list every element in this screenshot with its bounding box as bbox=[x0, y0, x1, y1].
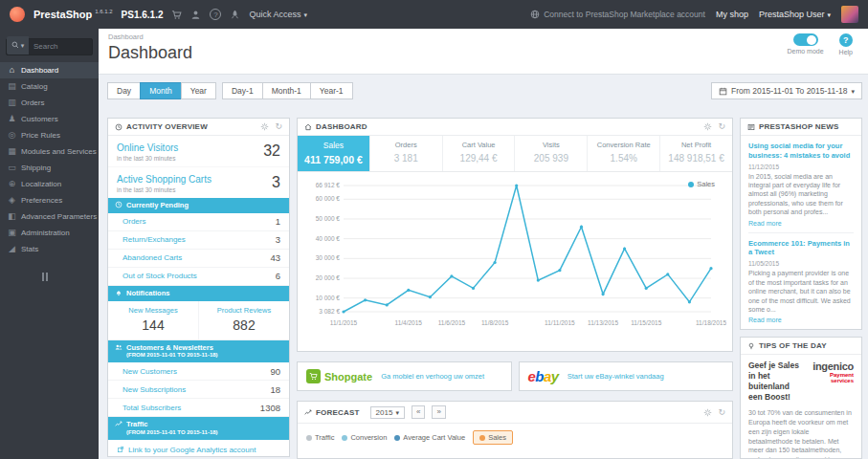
kpi-cart-value[interactable]: Cart Value129,44 € bbox=[443, 136, 516, 171]
customer-notifications-button[interactable] bbox=[190, 10, 201, 20]
active-carts-link[interactable]: Active Shopping Carts bbox=[117, 174, 211, 185]
sidebar-item-catalog[interactable]: ▤Catalog bbox=[0, 78, 99, 95]
forecast-toggle-sales[interactable]: Sales bbox=[473, 430, 513, 445]
ingenico-logo[interactable]: ingenico Payment services bbox=[808, 361, 854, 383]
kpi-sales[interactable]: Sales411 759,00 € bbox=[298, 136, 370, 171]
total-subscribers-link[interactable]: Total Subscribers bbox=[122, 404, 181, 412]
support-button[interactable]: ? bbox=[210, 9, 221, 20]
sidebar-item-dashboard[interactable]: ⌂Dashboard bbox=[0, 62, 99, 78]
preferences-icon: ◈ bbox=[8, 196, 16, 205]
active-carts-stat: Active Shopping Carts in the last 30 min… bbox=[108, 167, 289, 198]
sidebar-item-orders[interactable]: ▥Orders bbox=[0, 95, 99, 111]
year-button[interactable]: Year bbox=[181, 82, 216, 99]
online-visitors-link[interactable]: Online Visitors bbox=[117, 142, 178, 153]
panel-title: PRESTASHOP NEWS bbox=[759, 122, 839, 131]
forecast-toggle-conversion[interactable]: Conversion bbox=[342, 431, 387, 444]
news-article-body: In 2015, social media are an integral pa… bbox=[748, 172, 854, 217]
dashboard-icon bbox=[304, 123, 312, 131]
read-more-link[interactable]: Read more bbox=[748, 317, 854, 323]
my-shop-link[interactable]: My shop bbox=[716, 10, 748, 19]
product-reviews-cell[interactable]: Product Reviews882 bbox=[198, 301, 289, 339]
shopgate-link[interactable]: Ga mobiel en verhoog uw omzet bbox=[381, 372, 484, 382]
advanced-parameters-icon: ◧ bbox=[8, 212, 16, 221]
svg-text:11/1/2015: 11/1/2015 bbox=[330, 319, 358, 326]
help-button[interactable]: ? bbox=[839, 33, 853, 47]
shopgate-module-card: Shopgate Ga mobiel en verhoog uw omzet bbox=[297, 361, 512, 391]
panel-refresh-icon[interactable]: ↻ bbox=[718, 408, 725, 417]
user-menu[interactable]: PrestaShop User▾ bbox=[759, 10, 831, 19]
svg-text:11/4/2015: 11/4/2015 bbox=[395, 319, 423, 326]
sidebar-item-advanced-parameters[interactable]: ◧Advanced Parameters bbox=[0, 208, 99, 225]
avatar[interactable] bbox=[841, 6, 858, 23]
panel-settings-icon[interactable] bbox=[703, 122, 712, 131]
kpi-visits[interactable]: Visits205 939 bbox=[515, 136, 588, 171]
out-of-stock-link[interactable]: Out of Stock Products bbox=[122, 272, 197, 280]
day-minus-1-button[interactable]: Day-1 bbox=[222, 82, 263, 99]
forecast-panel: FORECAST 2015▾ « » ↻ Traffic Conversion … bbox=[297, 401, 733, 459]
shopgate-logo[interactable]: Shopgate bbox=[306, 369, 372, 383]
panel-settings-icon[interactable] bbox=[260, 122, 269, 131]
search-scope-button[interactable]: ▾ bbox=[7, 36, 29, 55]
forecast-prev-button[interactable]: « bbox=[412, 405, 425, 419]
forecast-next-button[interactable]: » bbox=[432, 405, 445, 419]
new-messages-cell[interactable]: New Messages144 bbox=[108, 301, 198, 339]
legend-dot bbox=[688, 182, 694, 187]
brand-version: 1.6.1.2 bbox=[95, 9, 112, 14]
marketplace-link[interactable]: Connect to PrestaShop Marketplace accoun… bbox=[530, 10, 705, 19]
read-more-link[interactable]: Read more bbox=[748, 220, 854, 227]
sidebar-item-shipping[interactable]: ▭Shipping bbox=[0, 160, 99, 176]
ebay-logo[interactable]: ebay bbox=[528, 368, 559, 384]
year-minus-1-button[interactable]: Year-1 bbox=[310, 82, 353, 99]
kpi-orders[interactable]: Orders3 181 bbox=[370, 136, 443, 171]
svg-text:50 000 €: 50 000 € bbox=[316, 215, 341, 222]
chevron-down-icon: ▾ bbox=[827, 11, 831, 18]
forecast-year-select[interactable]: 2015▾ bbox=[370, 406, 405, 419]
news-article-title-link[interactable]: Ecommerce 101: Payments in a Tweet bbox=[748, 239, 854, 258]
new-customers-link[interactable]: New Customers bbox=[122, 367, 177, 376]
forecast-toggle-traffic[interactable]: Traffic bbox=[306, 431, 334, 444]
demo-mode-toggle[interactable] bbox=[793, 33, 818, 46]
kpi-net-profit[interactable]: Net Profit148 918,51 € bbox=[660, 136, 732, 171]
returns-link[interactable]: Return/Exchanges bbox=[122, 235, 186, 244]
svg-text:3 082 €: 3 082 € bbox=[319, 308, 340, 315]
sidebar-item-localization[interactable]: ⊕Localization bbox=[0, 176, 99, 192]
dashboard-icon: ⌂ bbox=[8, 66, 16, 75]
panel-settings-icon[interactable] bbox=[703, 408, 712, 417]
date-range-button[interactable]: From 2015-11-01 To 2015-11-18 ▾ bbox=[711, 82, 862, 99]
sidebar-item-modules[interactable]: ▦Modules and Services bbox=[0, 143, 99, 160]
find-more-news-link[interactable]: Find more news bbox=[748, 323, 854, 330]
svg-text:10 000 €: 10 000 € bbox=[316, 295, 341, 301]
new-subscriptions-link[interactable]: New Subscriptions bbox=[122, 385, 186, 394]
abandoned-carts-link[interactable]: Abandoned Carts bbox=[122, 253, 182, 262]
sidebar-item-price-rules[interactable]: ◎Price Rules bbox=[0, 127, 99, 143]
forecast-legend: Traffic Conversion Average Cart Value Sa… bbox=[298, 424, 732, 451]
month-minus-1-button[interactable]: Month-1 bbox=[262, 82, 311, 99]
sidebar-item-customers[interactable]: ♟Customers bbox=[0, 111, 99, 127]
news-article-title-link[interactable]: Using social media for your business: 4 … bbox=[748, 142, 854, 161]
google-analytics-link[interactable]: Link to your Google Analytics account bbox=[108, 440, 289, 457]
sales-chart-area: 3 082 €10 000 €20 000 €30 000 €40 000 €5… bbox=[298, 172, 732, 335]
kpi-conversion-rate[interactable]: Conversion Rate1.54% bbox=[588, 136, 660, 171]
onboarding-rocket-button[interactable] bbox=[230, 10, 240, 20]
ebay-link[interactable]: Start uw eBay-winkel vandaag bbox=[568, 372, 664, 382]
orders-icon: ▥ bbox=[8, 98, 16, 107]
average-cart-value-dot bbox=[394, 435, 400, 441]
pending-orders-link[interactable]: Orders bbox=[122, 217, 145, 226]
panel-refresh-icon[interactable]: ↻ bbox=[718, 122, 725, 131]
day-button[interactable]: Day bbox=[107, 82, 141, 99]
panel-title: TIPS OF THE DAY bbox=[759, 341, 827, 350]
month-button[interactable]: Month bbox=[140, 82, 182, 99]
forecast-toggle-average-cart-value[interactable]: Average Cart Value bbox=[394, 431, 465, 444]
sidebar-item-preferences[interactable]: ◈Preferences bbox=[0, 192, 99, 208]
active-carts-value: 3 bbox=[272, 174, 280, 191]
brand-name: PrestaShop 1.6.1.2 bbox=[33, 9, 113, 20]
new-customers-row: New Customers90 bbox=[108, 362, 289, 381]
activity-overview-panel: ACTIVITY OVERVIEW ↻ Online Visitors in t… bbox=[107, 118, 290, 457]
svg-text:60 000 €: 60 000 € bbox=[316, 195, 341, 202]
quick-access-menu[interactable]: Quick Access▾ bbox=[249, 10, 307, 19]
sidebar-item-stats[interactable]: ◢Stats bbox=[0, 241, 99, 257]
collapse-menu-button[interactable] bbox=[42, 273, 99, 281]
panel-refresh-icon[interactable]: ↻ bbox=[275, 122, 282, 131]
cart-notifications-button[interactable] bbox=[171, 10, 182, 20]
sidebar-item-administration[interactable]: ▣Administration bbox=[0, 225, 99, 241]
